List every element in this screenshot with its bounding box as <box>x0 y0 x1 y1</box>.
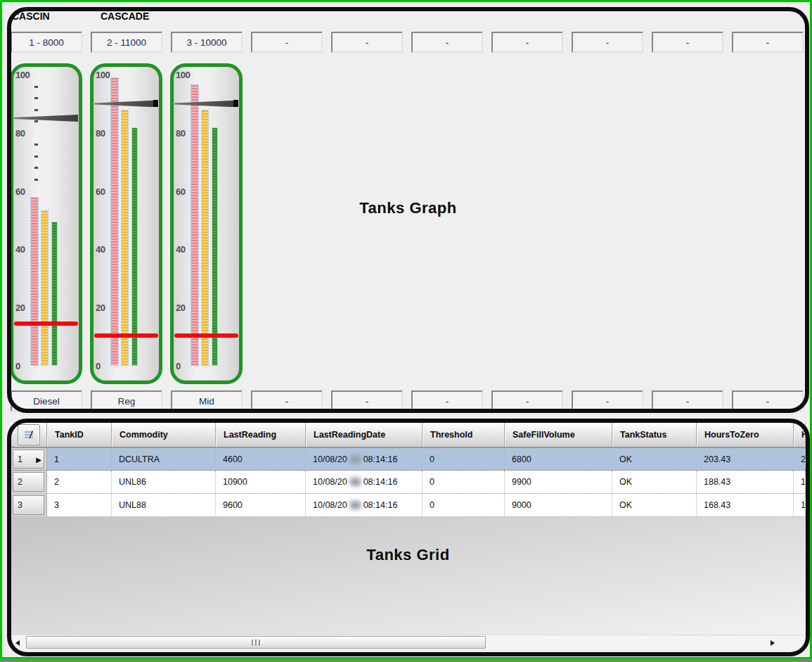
alt-volume-bar <box>51 222 58 366</box>
safe-fill-marker-cap <box>233 100 238 107</box>
cell-h[interactable]: 1 <box>794 471 806 493</box>
commodity-button-4[interactable]: - <box>251 390 323 412</box>
row-header-button-2[interactable]: 2 <box>13 472 44 492</box>
grid-properties-button[interactable] <box>18 424 40 445</box>
tank-select-button-5[interactable]: - <box>331 32 403 53</box>
gross-volume-bar <box>110 77 119 366</box>
tank-select-button-10[interactable]: - <box>732 32 804 53</box>
gauge-scale-label-60: 60 <box>176 186 185 196</box>
cell-lastreading[interactable]: 4600 <box>216 448 306 470</box>
row-header-button-3[interactable]: 3 <box>13 495 44 515</box>
gauge-minor-tick <box>34 97 38 99</box>
gauge-minor-tick <box>34 167 38 169</box>
column-header-lastreading[interactable]: LastReading <box>216 423 306 447</box>
site-label-cascade: CASCADE <box>101 11 149 22</box>
commodity-button-1[interactable]: Diesel <box>11 390 82 412</box>
column-header-lastreadingdate[interactable]: LastReadingDate <box>306 423 423 447</box>
cell-threshold[interactable]: 0 <box>423 448 505 470</box>
tank-select-button-4[interactable]: - <box>251 32 323 53</box>
cell-lastreadingdate[interactable]: 10/08/2008:14:16 <box>306 494 423 516</box>
cell-lastreadingdate[interactable]: 10/08/2008:14:16 <box>306 448 423 470</box>
time-value: 08:14:16 <box>363 500 398 510</box>
gauge-scale-label-0: 0 <box>15 361 20 371</box>
tank-gauge-1: 100806040200 <box>10 63 82 384</box>
cell-tankstatus[interactable]: OK <box>612 471 697 493</box>
gauge-scale-label-100: 100 <box>96 70 110 80</box>
cell-commodity[interactable]: DCULTRA <box>112 448 216 470</box>
cell-hourstozero[interactable]: 188.43 <box>697 471 794 493</box>
cell-tankid[interactable]: 3 <box>47 494 112 516</box>
gauge-scale-label-100: 100 <box>15 70 30 80</box>
net-volume-bar <box>41 210 49 366</box>
cell-hourstozero[interactable]: 168.43 <box>697 494 794 516</box>
column-header-tankstatus[interactable]: TankStatus <box>612 423 697 447</box>
cell-commodity[interactable]: UNL86 <box>112 471 216 493</box>
cell-safefillvolume[interactable]: 6800 <box>505 448 612 470</box>
cell-tankstatus[interactable]: OK <box>612 448 697 470</box>
gauge-scale-label-60: 60 <box>96 186 105 196</box>
cell-lastreading[interactable]: 9600 <box>216 494 306 516</box>
column-header-threshold[interactable]: Threshold <box>423 423 505 447</box>
scroll-left-arrow-icon <box>15 640 20 646</box>
commodity-button-10[interactable]: - <box>732 390 804 412</box>
cell-safefillvolume[interactable]: 9000 <box>505 494 612 516</box>
scroll-right-button[interactable] <box>766 635 780 650</box>
cell-threshold[interactable]: 0 <box>423 494 505 516</box>
date-prefix: 10/08/20 <box>313 477 347 487</box>
table-row-3[interactable]: 33UNL88960010/08/2008:14:1609000OK168.43… <box>11 494 806 517</box>
grid-corner-cell <box>11 423 47 447</box>
table-row-2[interactable]: 22UNL861090010/08/2008:14:1609900OK188.4… <box>11 471 806 494</box>
column-header-safefillvolume[interactable]: SafeFillVolume <box>505 423 612 447</box>
grid-empty-area <box>11 517 806 635</box>
cell-lastreading[interactable]: 10900 <box>216 471 306 493</box>
cell-lastreadingdate[interactable]: 10/08/2008:14:16 <box>306 471 423 493</box>
scrollbar-thumb[interactable] <box>26 636 486 649</box>
column-header-tankid[interactable]: TankID <box>47 423 112 447</box>
cell-threshold[interactable]: 0 <box>423 471 505 493</box>
redacted-year-blur <box>350 478 361 486</box>
tank-select-button-7[interactable]: - <box>491 32 563 53</box>
column-header-hourstozero[interactable]: HoursToZero <box>697 423 794 447</box>
scroll-left-button[interactable] <box>11 635 25 650</box>
tank-select-button-8[interactable]: - <box>572 32 643 53</box>
scroll-right-arrow-icon <box>771 640 775 646</box>
cell-h[interactable]: 1 <box>794 494 806 516</box>
commodity-button-8[interactable]: - <box>572 390 643 412</box>
grid-horizontal-scrollbar[interactable] <box>11 635 806 650</box>
gross-volume-bar <box>191 84 199 366</box>
cell-h[interactable]: 2 <box>794 448 806 470</box>
tank-select-button-3[interactable]: 3 - 10000 <box>171 32 243 53</box>
cell-tankid[interactable]: 1 <box>47 448 112 470</box>
date-prefix: 10/08/20 <box>313 500 347 510</box>
cell-tankid[interactable]: 2 <box>47 471 112 493</box>
low-threshold-line <box>174 333 238 338</box>
commodity-button-9[interactable]: - <box>652 390 723 412</box>
cell-hourstozero[interactable]: 203.43 <box>697 448 794 470</box>
grid-rows: 1▶1DCULTRA460010/08/2008:14:1606800OK203… <box>11 447 806 517</box>
safe-fill-marker <box>14 115 78 122</box>
table-row-1[interactable]: 1▶1DCULTRA460010/08/2008:14:1606800OK203… <box>11 447 806 471</box>
cell-safefillvolume[interactable]: 9900 <box>505 471 612 493</box>
row-header-button-1[interactable]: 1▶ <box>13 450 44 469</box>
commodity-button-6[interactable]: - <box>411 390 483 412</box>
tank-select-button-1[interactable]: 1 - 8000 <box>11 32 82 53</box>
gauge-minor-tick <box>34 109 38 111</box>
commodity-button-5[interactable]: - <box>331 390 403 412</box>
tank-select-button-9[interactable]: - <box>652 32 723 53</box>
safe-fill-marker <box>174 100 238 107</box>
gross-volume-bar <box>30 197 39 366</box>
commodity-button-7[interactable]: - <box>491 390 563 412</box>
commodity-button-3[interactable]: Mid <box>171 390 243 412</box>
cell-commodity[interactable]: UNL88 <box>112 494 216 516</box>
grid-properties-icon <box>23 429 34 440</box>
tank-select-button-6[interactable]: - <box>411 32 483 53</box>
tank-select-button-2[interactable]: 2 - 11000 <box>91 32 162 53</box>
column-header-h[interactable]: H <box>794 423 806 447</box>
gauge-minor-tick <box>34 155 38 158</box>
cell-tankstatus[interactable]: OK <box>612 494 697 516</box>
commodity-button-2[interactable]: Reg <box>91 390 162 412</box>
gauge-scale-label-40: 40 <box>176 244 185 255</box>
commodity-button-row: DieselRegMid------- <box>2 390 812 412</box>
column-header-commodity[interactable]: Commodity <box>112 423 216 447</box>
alt-volume-bar <box>212 127 218 366</box>
